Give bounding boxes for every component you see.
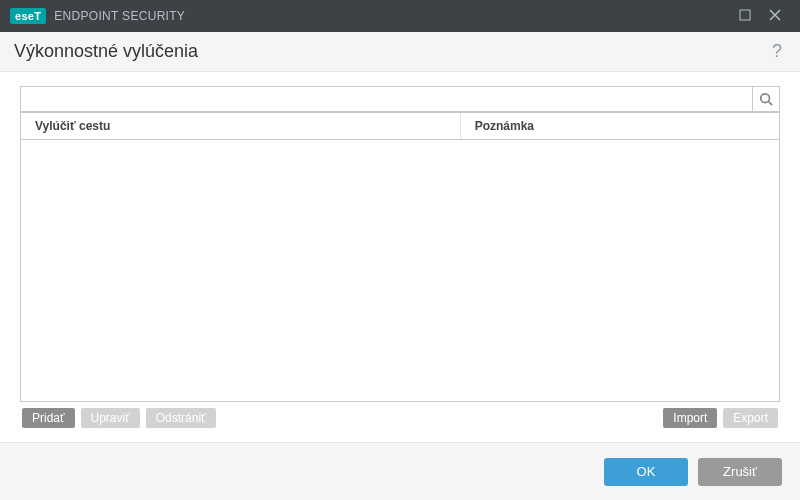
delete-button: Odstrániť <box>146 408 216 428</box>
search-input[interactable] <box>20 86 752 112</box>
edit-button: Upraviť <box>81 408 140 428</box>
dialog-footer: OK Zrušiť <box>0 442 800 500</box>
page-title: Výkonnostné vylúčenia <box>14 41 198 62</box>
cancel-button[interactable]: Zrušiť <box>698 458 782 486</box>
help-icon[interactable]: ? <box>768 41 786 62</box>
table-body-empty <box>21 140 779 402</box>
svg-point-3 <box>761 94 770 103</box>
window-close-icon[interactable] <box>760 9 790 24</box>
svg-line-4 <box>769 102 773 106</box>
add-button[interactable]: Pridať <box>22 408 75 428</box>
column-header-path[interactable]: Vylúčiť cestu <box>21 113 461 139</box>
subheader: Výkonnostné vylúčenia ? <box>0 32 800 72</box>
export-button: Export <box>723 408 778 428</box>
search-icon <box>759 92 773 106</box>
exclusions-table: Vylúčiť cestu Poznámka <box>20 112 780 402</box>
import-button[interactable]: Import <box>663 408 717 428</box>
window-minimize-icon[interactable] <box>730 9 760 24</box>
svg-rect-0 <box>740 10 750 20</box>
brand-logo: eseT <box>10 8 46 24</box>
search-button[interactable] <box>752 86 780 112</box>
ok-button[interactable]: OK <box>604 458 688 486</box>
column-header-note[interactable]: Poznámka <box>461 113 779 139</box>
brand-text: ENDPOINT SECURITY <box>54 9 185 23</box>
titlebar: eseT ENDPOINT SECURITY <box>0 0 800 32</box>
